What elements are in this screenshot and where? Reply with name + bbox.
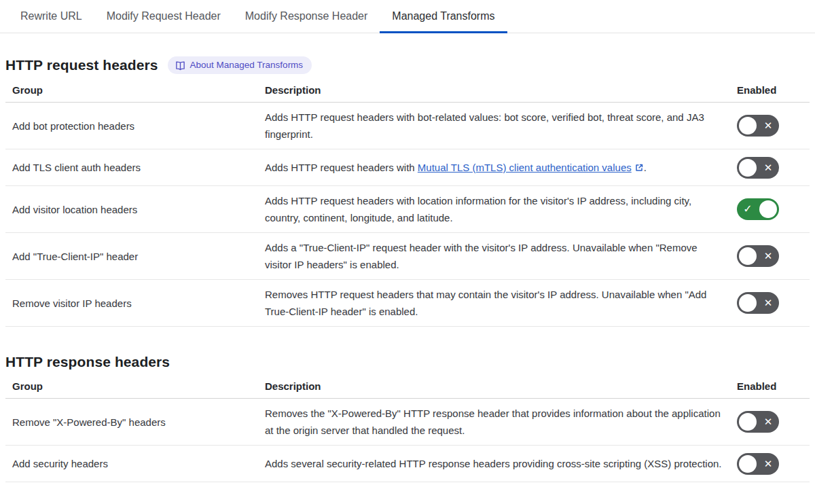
- open-book-icon: [175, 60, 185, 71]
- toggle-add-visitor-location-headers[interactable]: ✓: [737, 198, 779, 220]
- table-row-remove-x-powered-by-headers: Remove "X-Powered-By" headersRemoves the…: [5, 399, 810, 446]
- table-row-add-visitor-location-headers: Add visitor location headersAdds HTTP re…: [5, 186, 810, 233]
- badge-label: About Managed Transforms: [190, 60, 304, 71]
- column-header-enabled: Enabled: [737, 81, 779, 102]
- toggle-add-true-client-ip-header[interactable]: ✕: [737, 245, 779, 267]
- column-header-enabled: Enabled: [737, 377, 779, 398]
- x-icon: ✕: [759, 411, 777, 433]
- group-cell: Add bot protection headers: [12, 111, 251, 141]
- toggle-remove-visitor-ip-headers[interactable]: ✕: [737, 292, 779, 314]
- toggle-knob: [739, 294, 757, 312]
- table-header-row: GroupDescriptionEnabled: [5, 377, 810, 399]
- column-header-description: Description: [265, 81, 723, 102]
- enabled-cell: ✕: [737, 157, 779, 179]
- table-header-row: GroupDescriptionEnabled: [5, 81, 810, 103]
- external-link-icon: [632, 162, 644, 173]
- toggle-knob: [739, 159, 757, 177]
- enabled-cell: ✕: [737, 292, 779, 314]
- toggle-add-bot-protection-headers[interactable]: ✕: [737, 115, 779, 137]
- enabled-cell: ✕: [737, 245, 779, 267]
- table-row-remove-visitor-ip-headers: Remove visitor IP headersRemoves HTTP re…: [5, 280, 810, 327]
- request-headers-table: GroupDescriptionEnabledAdd bot protectio…: [5, 81, 810, 327]
- tab-managed-transforms[interactable]: Managed Transforms: [380, 0, 507, 33]
- mtls-client-auth-link[interactable]: Mutual TLS (mTLS) client authentication …: [418, 162, 632, 173]
- x-icon: ✕: [759, 245, 777, 267]
- x-icon: ✕: [759, 453, 777, 475]
- description-cell: Removes HTTP request headers that may co…: [265, 280, 723, 326]
- group-cell: Remove "X-Powered-By" headers: [12, 408, 251, 437]
- toggle-add-tls-client-auth-headers[interactable]: ✕: [737, 157, 779, 179]
- description-cell: Adds HTTP request headers with bot-relat…: [265, 103, 723, 149]
- tab-rewrite-url[interactable]: Rewrite URL: [8, 0, 94, 33]
- group-cell: Add TLS client auth headers: [12, 153, 251, 182]
- http-request-headers-section: HTTP request headers About Managed Trans…: [5, 56, 810, 327]
- column-header-description: Description: [265, 377, 723, 398]
- toggle-knob: [739, 413, 757, 431]
- toggle-knob: [759, 200, 777, 218]
- tab-modify-request-header[interactable]: Modify Request Header: [94, 0, 233, 33]
- enabled-cell: ✓: [737, 198, 779, 220]
- toggle-add-security-headers[interactable]: ✕: [737, 453, 779, 475]
- request-section-header: HTTP request headers About Managed Trans…: [5, 56, 810, 74]
- x-icon: ✕: [759, 157, 777, 179]
- response-headers-table: GroupDescriptionEnabledRemove "X-Powered…: [5, 377, 810, 482]
- group-cell: Remove visitor IP headers: [12, 289, 251, 318]
- description-cell: Adds HTTP request headers with Mutual TL…: [265, 153, 723, 182]
- tab-bar: Rewrite URLModify Request HeaderModify R…: [0, 0, 815, 33]
- toggle-remove-x-powered-by-headers[interactable]: ✕: [737, 411, 779, 433]
- response-section-header: HTTP response headers: [5, 354, 810, 370]
- group-cell: Add visitor location headers: [12, 195, 251, 224]
- about-managed-transforms-badge[interactable]: About Managed Transforms: [168, 56, 312, 74]
- toggle-knob: [739, 455, 757, 473]
- x-icon: ✕: [759, 115, 777, 137]
- request-section-title: HTTP request headers: [5, 57, 158, 73]
- tab-modify-response-header[interactable]: Modify Response Header: [233, 0, 380, 33]
- table-row-add-true-client-ip-header: Add "True-Client-IP" headerAdds a "True-…: [5, 233, 810, 280]
- table-row-add-bot-protection-headers: Add bot protection headersAdds HTTP requ…: [5, 103, 810, 149]
- table-row-add-security-headers: Add security headersAdds several securit…: [5, 446, 810, 482]
- description-cell: Adds several security-related HTTP respo…: [265, 449, 723, 478]
- toggle-knob: [739, 117, 757, 134]
- group-cell: Add security headers: [12, 449, 251, 478]
- enabled-cell: ✕: [737, 453, 779, 475]
- managed-transforms-page: HTTP request headers About Managed Trans…: [0, 56, 815, 482]
- http-response-headers-section: HTTP response headers GroupDescriptionEn…: [5, 354, 810, 482]
- table-row-add-tls-client-auth-headers: Add TLS client auth headersAdds HTTP req…: [5, 149, 810, 186]
- check-icon: ✓: [739, 198, 757, 220]
- column-header-group: Group: [12, 377, 251, 398]
- x-icon: ✕: [759, 292, 777, 314]
- enabled-cell: ✕: [737, 411, 779, 433]
- response-section-title: HTTP response headers: [5, 354, 170, 370]
- description-cell: Adds a "True-Client-IP" request header w…: [265, 233, 723, 279]
- description-cell: Removes the "X-Powered-By" HTTP response…: [265, 399, 723, 445]
- description-cell: Adds HTTP request headers with location …: [265, 186, 723, 232]
- toggle-knob: [739, 247, 757, 265]
- enabled-cell: ✕: [737, 115, 779, 137]
- group-cell: Add "True-Client-IP" header: [12, 242, 251, 271]
- column-header-group: Group: [12, 81, 251, 102]
